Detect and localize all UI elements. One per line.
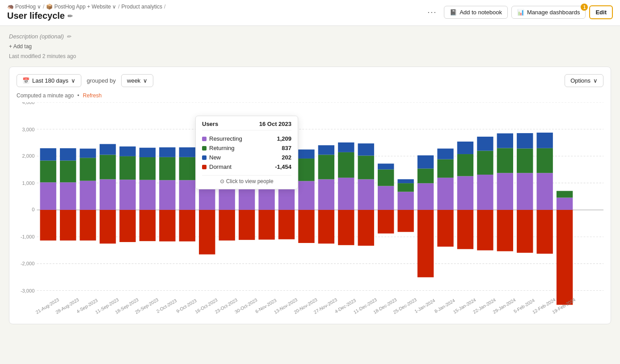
- returning-value: 837: [282, 145, 291, 151]
- resurrecting-label: Resurrecting: [209, 135, 242, 142]
- svg-rect-86: [378, 163, 394, 169]
- posthog-link[interactable]: 🦔 PostHog ∨: [7, 4, 41, 10]
- svg-rect-90: [397, 179, 413, 183]
- options-label: Options: [570, 77, 590, 84]
- svg-rect-97: [437, 159, 453, 178]
- page-title: User lifecycle: [7, 11, 65, 21]
- svg-rect-23: [60, 210, 76, 241]
- svg-text:4,000: 4,000: [22, 102, 35, 105]
- svg-rect-87: [378, 210, 394, 234]
- svg-rect-69: [298, 159, 314, 181]
- top-bar: 🦔 PostHog ∨ / 📦 PostHog App + Website ∨ …: [0, 0, 620, 26]
- svg-rect-98: [437, 149, 453, 159]
- tooltip-view-people[interactable]: ⊙ Click to view people: [202, 175, 291, 184]
- svg-rect-94: [418, 155, 434, 169]
- svg-text:2,000: 2,000: [22, 153, 35, 159]
- section-label[interactable]: Product analytics: [122, 4, 162, 10]
- date-chevron-icon: ∨: [71, 77, 76, 84]
- manage-dashboards-button[interactable]: 📊 Manage dashboards 1: [511, 6, 586, 19]
- description-edit-icon[interactable]: ✏: [67, 33, 71, 40]
- svg-rect-115: [517, 210, 533, 253]
- svg-rect-47: [179, 210, 195, 242]
- svg-rect-78: [338, 142, 354, 152]
- refresh-link[interactable]: Refresh: [83, 92, 101, 99]
- edit-button[interactable]: Edit: [589, 5, 613, 19]
- manage-dashboards-badge: 1: [581, 4, 588, 11]
- svg-rect-88: [397, 192, 413, 210]
- svg-rect-20: [60, 182, 76, 210]
- svg-text:9-Oct-2023: 9-Oct-2023: [176, 298, 198, 314]
- svg-rect-34: [119, 146, 135, 156]
- svg-rect-39: [139, 210, 156, 241]
- svg-rect-71: [298, 210, 314, 243]
- svg-text:2-Oct-2023: 2-Oct-2023: [156, 298, 177, 314]
- add-to-notebook-button[interactable]: 📓 Add to notebook: [444, 6, 508, 19]
- svg-rect-76: [338, 178, 354, 210]
- workspace-label: PostHog App + Website: [54, 4, 111, 10]
- svg-rect-70: [298, 150, 314, 159]
- date-range-button[interactable]: 📅 Last 180 days ∨: [17, 74, 81, 87]
- svg-text:-1,000: -1,000: [21, 234, 34, 239]
- svg-rect-68: [298, 181, 314, 210]
- svg-rect-32: [119, 180, 135, 210]
- svg-text:8-Jan-2024: 8-Jan-2024: [434, 298, 456, 314]
- svg-text:29-Jan-2024: 29-Jan-2024: [492, 297, 517, 314]
- svg-rect-43: [159, 210, 175, 242]
- svg-rect-24: [80, 181, 96, 210]
- computed-bar: Computed a minute ago • Refresh: [17, 92, 603, 99]
- svg-rect-118: [537, 133, 553, 148]
- title-edit-icon[interactable]: ✏: [67, 13, 73, 20]
- svg-text:0: 0: [32, 207, 34, 212]
- svg-rect-28: [100, 179, 116, 210]
- svg-rect-117: [537, 148, 553, 173]
- svg-rect-79: [338, 210, 354, 245]
- svg-rect-104: [477, 175, 493, 210]
- page-title-container: User lifecycle ✏: [7, 11, 165, 21]
- svg-rect-51: [199, 210, 215, 255]
- svg-rect-101: [457, 154, 473, 176]
- svg-rect-40: [159, 180, 175, 210]
- svg-rect-19: [40, 210, 56, 241]
- tooltip-header: Users 16 Oct 2023: [202, 121, 291, 130]
- svg-rect-112: [517, 173, 533, 210]
- svg-rect-29: [100, 155, 116, 179]
- svg-rect-45: [179, 157, 195, 180]
- tooltip-date: 16 Oct 2023: [259, 121, 291, 127]
- more-button[interactable]: ···: [424, 6, 440, 19]
- group-value-button[interactable]: week ∨: [121, 74, 153, 87]
- svg-rect-27: [80, 210, 96, 241]
- svg-text:-3,000: -3,000: [21, 288, 34, 293]
- svg-rect-91: [397, 210, 413, 232]
- options-chevron-icon: ∨: [593, 77, 598, 84]
- resurrecting-value: 1,209: [277, 135, 291, 142]
- chart-area: 4,000 3,000 2,000 1,000 0 -1,000 -2,000 …: [17, 102, 603, 317]
- svg-rect-18: [40, 148, 56, 161]
- options-button[interactable]: Options ∨: [565, 74, 603, 87]
- svg-rect-17: [40, 161, 56, 183]
- grouped-by-label: grouped by: [87, 77, 116, 84]
- svg-rect-80: [358, 179, 374, 210]
- notebook-icon: 📓: [450, 9, 457, 16]
- svg-rect-99: [437, 210, 453, 247]
- tooltip-row-returning: Returning 837: [202, 143, 291, 153]
- svg-rect-85: [378, 169, 394, 186]
- new-label: New: [209, 154, 221, 161]
- description-text[interactable]: Description (optional): [9, 33, 64, 40]
- workspace-link[interactable]: 📦 PostHog App + Website ∨: [46, 4, 116, 10]
- header-right: ··· 📓 Add to notebook 📊 Manage dashboard…: [424, 5, 613, 19]
- add-tag-button[interactable]: + Add tag: [9, 43, 611, 50]
- svg-rect-22: [60, 148, 76, 161]
- posthog-label[interactable]: PostHog: [15, 4, 36, 10]
- svg-rect-122: [557, 210, 573, 305]
- svg-rect-25: [80, 158, 96, 180]
- returning-color: [202, 146, 207, 151]
- svg-rect-33: [119, 156, 135, 180]
- tooltip-row-new: New 202: [202, 153, 291, 162]
- group-value-label: week: [127, 77, 140, 84]
- calendar-icon: 📅: [22, 77, 30, 84]
- svg-text:1,000: 1,000: [22, 180, 35, 186]
- svg-rect-35: [119, 210, 135, 242]
- svg-rect-46: [179, 147, 195, 157]
- svg-rect-114: [517, 133, 533, 148]
- svg-text:-2,000: -2,000: [21, 261, 34, 266]
